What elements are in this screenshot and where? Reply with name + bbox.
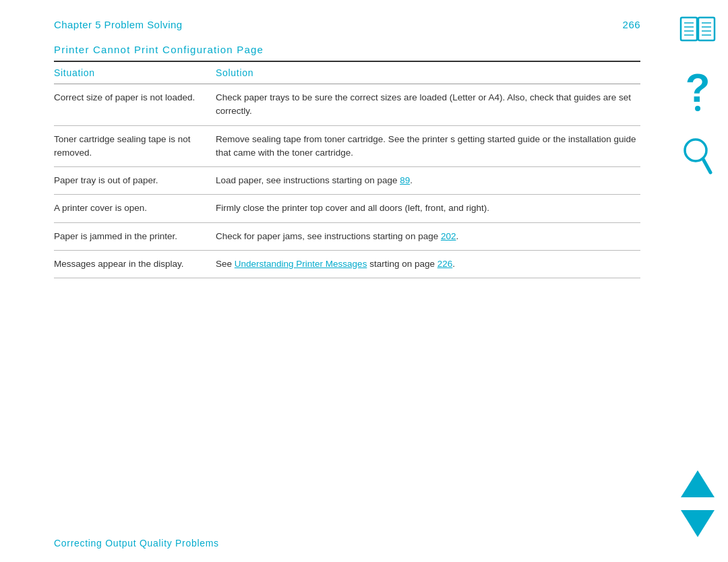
solution-cell: See Understanding Printer Messages start… <box>216 257 640 271</box>
svg-line-2 <box>697 18 698 40</box>
page-container: Chapter 5 Problem Solving 266 Printer Ca… <box>0 0 728 562</box>
table-row: A printer cover is open. Firmly close th… <box>54 195 640 222</box>
table-row: Paper is jammed in the printer. Check fo… <box>54 223 640 251</box>
bottom-nav-link[interactable]: Correcting Output Quality Problems <box>54 538 219 549</box>
situation-cell: A printer cover is open. <box>54 201 216 215</box>
arrow-up-icon[interactable] <box>679 468 717 502</box>
sidebar: ? <box>667 0 728 562</box>
table-row: Toner cartridge sealing tape is not remo… <box>54 126 640 168</box>
sidebar-nav-icons <box>679 468 717 562</box>
col-situation-header: Situation <box>54 67 216 78</box>
svg-marker-15 <box>681 470 715 497</box>
magnifier-icon[interactable] <box>681 135 715 181</box>
svg-point-12 <box>695 106 700 111</box>
solution-cell: Firmly close the printer top cover and a… <box>216 201 640 215</box>
table-row: Paper tray is out of paper. Load paper, … <box>54 167 640 195</box>
main-content: Chapter 5 Problem Solving 266 Printer Ca… <box>0 0 667 562</box>
chapter-title: Chapter 5 Problem Solving <box>54 19 183 30</box>
solution-cell: Remove sealing tape from toner cartridge… <box>216 133 640 160</box>
solution-cell: Load paper, see instructions starting on… <box>216 174 640 187</box>
situation-cell: Toner cartridge sealing tape is not remo… <box>54 133 216 160</box>
svg-marker-16 <box>681 510 715 537</box>
section-title: Printer Cannot Print Configuration Page <box>54 44 640 55</box>
situation-cell: Messages appear in the display. <box>54 257 216 271</box>
table-header-row: Situation Solution <box>54 62 640 84</box>
solution-cell: Check paper trays to be sure the correct… <box>216 91 640 119</box>
page-link-89[interactable]: 89 <box>400 175 410 185</box>
header-row: Chapter 5 Problem Solving 266 <box>54 19 640 30</box>
page-number: 266 <box>623 19 640 30</box>
question-icon[interactable]: ? <box>684 69 711 115</box>
table-row: Messages appear in the display. See Unde… <box>54 251 640 278</box>
book-icon[interactable] <box>678 13 717 49</box>
situation-cell: Paper tray is out of paper. <box>54 174 216 187</box>
page-link-226[interactable]: 226 <box>437 259 453 269</box>
situation-cell: Paper is jammed in the printer. <box>54 230 216 243</box>
svg-line-14 <box>703 159 710 173</box>
svg-text:?: ? <box>686 69 710 111</box>
table-section: Situation Solution Correct size of paper… <box>54 62 640 278</box>
solution-cell: Check for paper jams, see instructions s… <box>216 230 640 243</box>
page-link-202[interactable]: 202 <box>441 231 456 241</box>
table-row: Correct size of paper is not loaded. Che… <box>54 84 640 126</box>
col-solution-header: Solution <box>216 67 640 78</box>
svg-rect-1 <box>698 18 715 40</box>
bottom-nav: Correcting Output Quality Problems <box>54 538 219 549</box>
svg-rect-0 <box>681 18 697 40</box>
situation-cell: Correct size of paper is not loaded. <box>54 91 216 119</box>
understanding-messages-link[interactable]: Understanding Printer Messages <box>235 259 367 269</box>
arrow-down-icon[interactable] <box>679 507 717 542</box>
